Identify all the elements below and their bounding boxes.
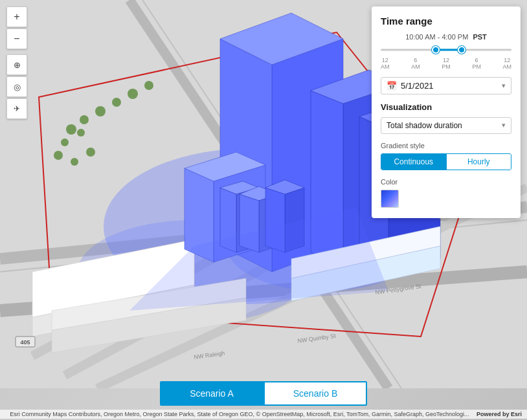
- tick-12am-start: 12AM: [381, 58, 390, 71]
- svg-point-16: [112, 98, 121, 107]
- visualization-chevron-icon: ▾: [502, 121, 506, 129]
- svg-point-19: [61, 138, 69, 146]
- tick-6am: 6AM: [411, 58, 420, 71]
- visualization-section-title: Visualization: [381, 102, 511, 112]
- tick-12pm: 12PM: [442, 58, 451, 71]
- date-picker[interactable]: 📅 5/1/2021 ▾: [381, 77, 511, 94]
- time-range-slider[interactable]: [381, 43, 511, 56]
- svg-point-14: [80, 115, 89, 124]
- svg-point-20: [77, 129, 85, 137]
- attribution-text: Esri Community Maps Contributors, Oregon…: [10, 411, 469, 417]
- scenario-tabs: Scenario A Scenario B: [160, 381, 367, 406]
- visualization-value: Total shadow duration: [387, 121, 502, 130]
- slider-thumb-end[interactable]: [458, 46, 465, 54]
- scenario-b-tab[interactable]: Scenario B: [264, 381, 367, 406]
- attribution-bar: Powered by Esri Esri Community Maps Cont…: [0, 410, 527, 419]
- navigate-button[interactable]: ✈: [6, 98, 27, 119]
- svg-point-17: [128, 89, 138, 99]
- svg-point-22: [71, 158, 78, 166]
- svg-point-13: [66, 124, 76, 135]
- zoom-in-button[interactable]: +: [6, 6, 27, 27]
- esri-logo: Powered by Esri: [477, 411, 524, 417]
- date-value: 5/1/2021: [401, 81, 502, 91]
- continuous-button[interactable]: Continuous: [381, 154, 446, 170]
- visualization-dropdown[interactable]: Total shadow duration ▾: [381, 117, 511, 134]
- time-axis: 12AM 6AM 12PM 6PM 12AM: [381, 58, 511, 71]
- color-swatch[interactable]: [381, 190, 399, 208]
- tick-6pm: 6PM: [472, 58, 481, 71]
- compass-button[interactable]: ◎: [6, 76, 27, 97]
- svg-text:405: 405: [20, 339, 30, 346]
- scenario-a-tab[interactable]: Scenario A: [160, 381, 264, 406]
- svg-point-21: [54, 151, 63, 160]
- color-label: Color: [381, 178, 511, 186]
- slider-thumb-start[interactable]: [432, 46, 440, 54]
- map-toolbar: + − ⊕ ◎ ✈: [6, 6, 27, 119]
- gradient-style-label: Gradient style: [381, 142, 511, 149]
- locate-button[interactable]: ⊕: [6, 54, 27, 75]
- gradient-style-buttons: Continuous Hourly: [381, 153, 511, 170]
- calendar-icon: 📅: [387, 81, 397, 91]
- control-panel: Time range 10:00 AM - 4:00 PM PST 12AM 6…: [372, 6, 521, 218]
- hourly-button[interactable]: Hourly: [446, 154, 511, 170]
- tick-12am-end: 12AM: [503, 58, 512, 71]
- svg-point-18: [144, 81, 153, 90]
- svg-point-23: [86, 148, 95, 157]
- zoom-out-button[interactable]: −: [6, 28, 27, 49]
- date-chevron-icon: ▾: [502, 82, 506, 90]
- panel-title: Time range: [381, 16, 511, 27]
- svg-point-15: [95, 106, 106, 116]
- time-range-label: 10:00 AM - 4:00 PM PST: [381, 33, 511, 41]
